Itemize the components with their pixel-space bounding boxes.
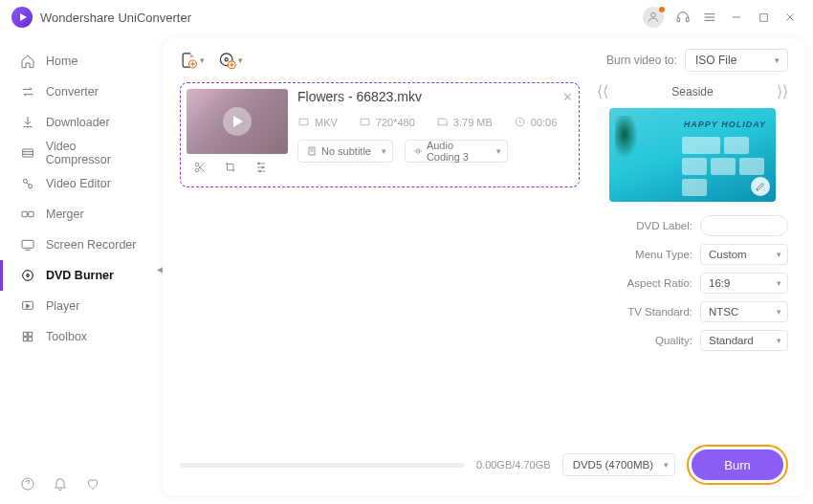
converter-icon [19,84,36,99]
sidebar-item-merger[interactable]: Merger [0,199,163,230]
aspect-ratio-label: Aspect Ratio: [627,277,692,289]
svg-rect-23 [23,338,27,341]
feedback-icon[interactable] [84,475,101,493]
account-icon[interactable] [643,7,664,28]
help-icon[interactable] [19,475,36,493]
burn-target-select[interactable]: ISO File [685,49,788,72]
minimize-button[interactable] [725,6,748,29]
svg-point-18 [23,271,33,281]
subtitle-select[interactable]: No subtitle [297,140,393,163]
play-icon [223,107,252,136]
sidebar: Home Converter Downloader Video Compress… [0,34,163,504]
file-title: Flowers - 66823.mkv [297,89,422,104]
svg-line-32 [198,165,204,171]
sidebar-item-home[interactable]: Home [0,46,163,77]
size-progress-bar [180,463,465,468]
template-next-icon[interactable]: ⟩⟩ [777,82,788,100]
svg-rect-2 [686,18,689,22]
menu-type-label: Menu Type: [635,249,692,260]
template-name: Seaside [671,85,713,99]
menu-type-select[interactable]: Custom [700,244,788,265]
maximize-button[interactable] [752,6,775,29]
template-prev-icon[interactable]: ⟨⟨ [597,82,608,100]
sidebar-item-label: Toolbox [46,330,87,343]
sidebar-item-label: Player [46,299,79,313]
player-icon [19,298,36,314]
titlebar: Wondershare UniConverter [0,0,813,34]
dvd-label-field[interactable] [700,215,788,236]
sidebar-item-label: DVD Burner [46,269,114,282]
recorder-icon [19,237,36,252]
merger-icon [19,207,36,222]
file-size: 3.79 MB [453,117,493,128]
sidebar-item-label: Video Editor [46,177,111,190]
sidebar-item-compressor[interactable]: Video Compressor [0,138,163,168]
crop-icon[interactable] [223,160,238,175]
sidebar-item-label: Downloader [46,116,110,129]
effect-icon[interactable] [253,160,269,175]
close-button[interactable] [779,6,802,29]
svg-line-13 [27,183,30,186]
disc-type-select[interactable]: DVD5 (4700MB) [562,453,675,476]
quality-select[interactable]: Standard [700,330,788,351]
downloader-icon [19,115,36,130]
svg-rect-22 [29,332,33,336]
bell-icon[interactable] [52,475,69,493]
template-preview[interactable]: HAPPY HOLIDAY [609,108,776,202]
size-text: 0.00GB/4.70GB [476,459,551,471]
sidebar-item-editor[interactable]: Video Editor [0,168,163,199]
svg-rect-41 [361,119,369,125]
editor-icon [19,176,36,191]
svg-rect-1 [677,18,680,22]
svg-rect-40 [299,119,308,125]
sidebar-item-player[interactable]: Player [0,291,163,321]
hamburger-menu-icon[interactable] [698,6,721,29]
sidebar-item-label: Merger [46,208,84,221]
quality-label: Quality: [655,335,692,346]
edit-template-icon[interactable] [751,177,770,196]
svg-rect-16 [22,240,33,248]
svg-rect-21 [23,332,27,336]
file-resolution: 720*480 [376,117,415,128]
burn-highlight: Burn [687,445,788,485]
svg-point-28 [225,58,228,61]
template-preview-title: HAPPY HOLIDAY [684,120,766,129]
main-panel: ▾ ▾ Burn video to: ISO File [163,38,805,496]
tv-standard-select[interactable]: NTSC [700,301,788,322]
svg-rect-24 [29,338,33,341]
load-dvd-button[interactable]: ▾ [218,48,243,73]
trim-icon[interactable] [192,160,208,175]
svg-point-37 [258,163,260,164]
sidebar-item-label: Home [46,55,77,68]
svg-line-33 [198,163,204,168]
app-title: Wondershare UniConverter [40,11,191,25]
video-thumbnail[interactable] [187,89,288,154]
tv-standard-label: TV Standard: [627,306,692,318]
svg-rect-7 [759,13,767,21]
main-toolbar: ▾ ▾ Burn video to: ISO File [163,38,805,82]
sidebar-item-dvd-burner[interactable]: DVD Burner [0,260,163,291]
burn-to-label: Burn video to: [606,54,677,67]
sidebar-item-toolbox[interactable]: Toolbox [0,321,163,352]
sidebar-item-label: Converter [46,85,99,99]
add-file-button[interactable]: ▾ [180,48,205,73]
headset-icon[interactable] [671,6,694,29]
file-duration: 00:06 [531,117,558,128]
sidebar-item-converter[interactable]: Converter [0,77,163,107]
file-card: Flowers - 66823.mkv ✕ MKV 720*480 3.79 M… [180,82,580,187]
compressor-icon [19,145,36,161]
svg-point-38 [262,166,264,168]
file-format: MKV [315,117,338,128]
sidebar-item-label: Video Compressor [46,140,143,166]
svg-rect-15 [29,211,33,216]
aspect-ratio-select[interactable]: 16:9 [700,273,788,294]
svg-rect-14 [22,211,27,216]
svg-point-39 [259,170,261,172]
home-icon [19,54,36,69]
sidebar-item-recorder[interactable]: Screen Recorder [0,230,163,260]
burn-button[interactable]: Burn [692,449,783,480]
sidebar-item-downloader[interactable]: Downloader [0,107,163,138]
audio-select[interactable]: Audio Coding 3 [405,140,508,163]
remove-file-icon[interactable]: ✕ [562,90,573,104]
dvd-burner-icon [19,268,36,283]
